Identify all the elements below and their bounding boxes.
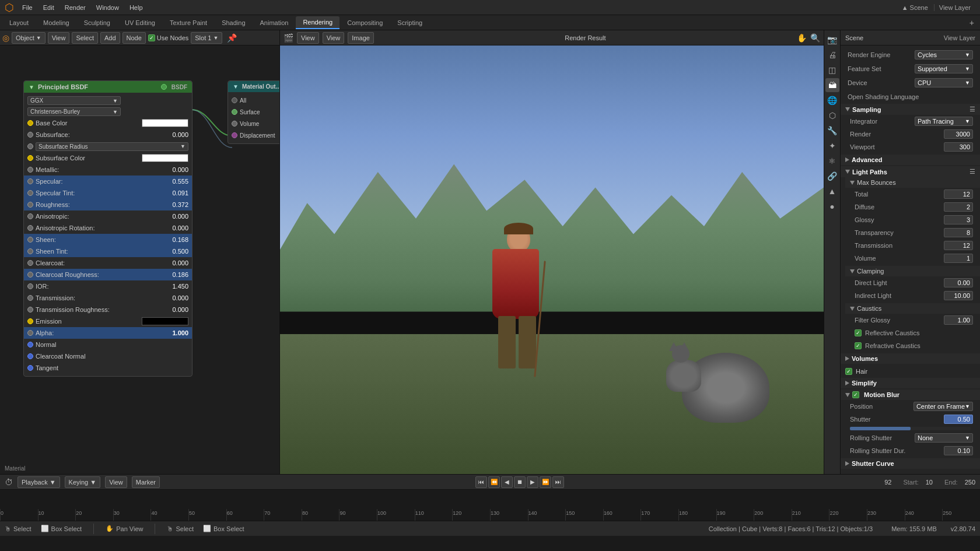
- render-slot-btn[interactable]: View: [323, 32, 345, 44]
- specular-tint-value[interactable]: 0.091: [165, 189, 188, 196]
- tab-scripting[interactable]: Scripting: [390, 16, 429, 29]
- volume-input[interactable]: 1: [944, 254, 973, 263]
- sampling-header[interactable]: Sampling ☰: [841, 104, 980, 115]
- roughness-value[interactable]: 0.372: [165, 201, 188, 208]
- sheen-value[interactable]: 0.168: [165, 236, 188, 243]
- sidebar-render-icon[interactable]: 📷: [825, 33, 839, 47]
- box-select-mode[interactable]: ⬜ Box Select: [41, 525, 82, 532]
- menu-help[interactable]: Help: [125, 3, 148, 12]
- device-dropdown[interactable]: CPU ▼: [915, 78, 973, 87]
- playback-btn[interactable]: Playback ▼: [18, 476, 60, 488]
- light-paths-menu-icon[interactable]: ☰: [970, 168, 975, 176]
- rolling-shutter-dropdown[interactable]: None ▼: [915, 433, 973, 443]
- tab-texture-paint[interactable]: Texture Paint: [163, 16, 214, 29]
- select-mode[interactable]: 🖱 Select: [5, 525, 32, 532]
- play-btn[interactable]: ▶: [527, 476, 538, 488]
- render-zoom-icon[interactable]: 🔍: [810, 33, 820, 43]
- refractive-caustics-checkbox[interactable]: [855, 342, 862, 349]
- sidebar-object-icon[interactable]: ⬡: [825, 108, 839, 122]
- box-select-mode-2[interactable]: ⬜ Box Select: [203, 525, 244, 532]
- sidebar-particles-icon[interactable]: ✦: [825, 139, 839, 153]
- subsurface-color-preview[interactable]: [142, 154, 188, 162]
- timeline-body[interactable]: 0102030405060708090100110120130140150160…: [0, 490, 980, 521]
- feature-set-dropdown[interactable]: Supported ▼: [915, 64, 973, 73]
- end-frame[interactable]: 250: [965, 479, 975, 486]
- clearcoat-value[interactable]: 0.000: [165, 259, 188, 266]
- add-workspace-icon[interactable]: +: [966, 18, 978, 27]
- view-btn[interactable]: View: [48, 32, 70, 44]
- tab-compositing[interactable]: Compositing: [340, 16, 390, 29]
- add-btn[interactable]: Add: [100, 32, 120, 44]
- sidebar-constraints-icon[interactable]: 🔗: [825, 169, 839, 183]
- transmission-value[interactable]: 0.000: [165, 294, 188, 301]
- sidebar-view-layer-icon[interactable]: ◫: [825, 63, 839, 77]
- use-nodes-toggle[interactable]: Use Nodes: [148, 34, 188, 41]
- sidebar-scene-icon[interactable]: 🏔: [825, 78, 839, 92]
- motion-blur-header[interactable]: Motion Blur: [841, 389, 980, 400]
- jump-end-btn[interactable]: ⏭: [552, 476, 564, 488]
- select-mode-2[interactable]: 🖱 Select: [167, 525, 194, 532]
- diffuse-input[interactable]: 2: [944, 202, 973, 212]
- tab-animation[interactable]: Animation: [253, 16, 296, 29]
- collapse-icon[interactable]: ▼: [29, 84, 34, 90]
- caustics-header[interactable]: Caustics: [845, 303, 980, 314]
- marker-btn[interactable]: Marker: [132, 476, 160, 488]
- subsurface-method-dropdown[interactable]: Christensen-Burley▼: [27, 107, 121, 116]
- distribution-dropdown[interactable]: GGX▼: [27, 96, 121, 105]
- glossy-input[interactable]: 3: [944, 215, 973, 224]
- menu-render[interactable]: Render: [60, 3, 90, 12]
- advanced-header[interactable]: Advanced: [841, 155, 980, 165]
- object-type-dropdown[interactable]: Object ▼: [12, 32, 46, 44]
- subsurface-radius-dropdown[interactable]: Subsurface Radius▼: [36, 142, 188, 151]
- sheen-tint-value[interactable]: 0.500: [165, 248, 188, 255]
- step-back-btn[interactable]: ⏪: [488, 476, 500, 488]
- metallic-value[interactable]: 0.000: [165, 166, 188, 173]
- sidebar-data-icon[interactable]: ▲: [825, 184, 839, 198]
- anisotropic-value[interactable]: 0.000: [165, 213, 188, 220]
- node-btn[interactable]: Node: [123, 32, 146, 44]
- tab-layout[interactable]: Layout: [2, 16, 36, 29]
- transmission-input[interactable]: 12: [944, 241, 973, 250]
- total-input[interactable]: 12: [944, 189, 973, 199]
- clamping-header[interactable]: Clamping: [845, 266, 980, 276]
- render-view-btn[interactable]: View: [297, 32, 319, 44]
- shutter-input[interactable]: 0.50: [944, 415, 973, 424]
- pan-view-mode[interactable]: ✋ Pan View: [106, 525, 143, 532]
- mat-out-collapse-icon[interactable]: ▼: [233, 83, 239, 90]
- rolling-shutter-dur-input[interactable]: 0.10: [944, 446, 973, 455]
- jump-start-btn[interactable]: ⏮: [475, 476, 487, 488]
- transparency-input[interactable]: 8: [944, 228, 973, 237]
- simplify-header[interactable]: Simplify: [841, 378, 980, 388]
- filter-glossy-input[interactable]: 1.00: [944, 315, 973, 325]
- emission-color-preview[interactable]: [142, 317, 188, 325]
- indirect-light-input[interactable]: 10.00: [944, 291, 973, 300]
- menu-window[interactable]: Window: [92, 3, 124, 12]
- transmission-roughness-value[interactable]: 0.000: [165, 306, 188, 313]
- specular-value[interactable]: 0.555: [165, 178, 188, 185]
- node-canvas[interactable]: ▼ Principled BSDF BSDF GGX▼: [0, 45, 279, 474]
- tab-uv-editing[interactable]: UV Editing: [118, 16, 162, 29]
- direct-light-input[interactable]: 0.00: [944, 278, 973, 287]
- tab-shading[interactable]: Shading: [215, 16, 252, 29]
- base-color-preview[interactable]: [142, 119, 188, 127]
- select-btn[interactable]: Select: [72, 32, 98, 44]
- position-dropdown[interactable]: Center on Frame ▼: [914, 402, 973, 411]
- subsurface-value[interactable]: 0.000: [165, 131, 188, 138]
- sidebar-physics-icon[interactable]: ⚛: [825, 154, 839, 168]
- hair-checkbox[interactable]: [845, 368, 852, 375]
- viewport-samples-input[interactable]: 300: [944, 142, 973, 152]
- sampling-menu-icon[interactable]: ☰: [970, 106, 975, 113]
- tab-modeling[interactable]: Modeling: [36, 16, 76, 29]
- menu-file[interactable]: File: [18, 3, 37, 12]
- render-image-btn[interactable]: Image: [348, 32, 374, 44]
- sidebar-material-icon[interactable]: ●: [825, 199, 839, 213]
- stop-btn[interactable]: ⏹: [514, 476, 526, 488]
- tab-sculpting[interactable]: Sculpting: [77, 16, 117, 29]
- light-paths-header[interactable]: Light Paths ☰: [841, 166, 980, 177]
- volumes-header[interactable]: Volumes: [841, 353, 980, 364]
- clearcoat-roughness-value[interactable]: 0.186: [165, 271, 188, 278]
- keying-btn[interactable]: Keying ▼: [65, 476, 101, 488]
- sidebar-output-icon[interactable]: 🖨: [825, 48, 839, 62]
- sidebar-world-icon[interactable]: 🌐: [825, 93, 839, 107]
- start-frame[interactable]: 10: [926, 479, 933, 486]
